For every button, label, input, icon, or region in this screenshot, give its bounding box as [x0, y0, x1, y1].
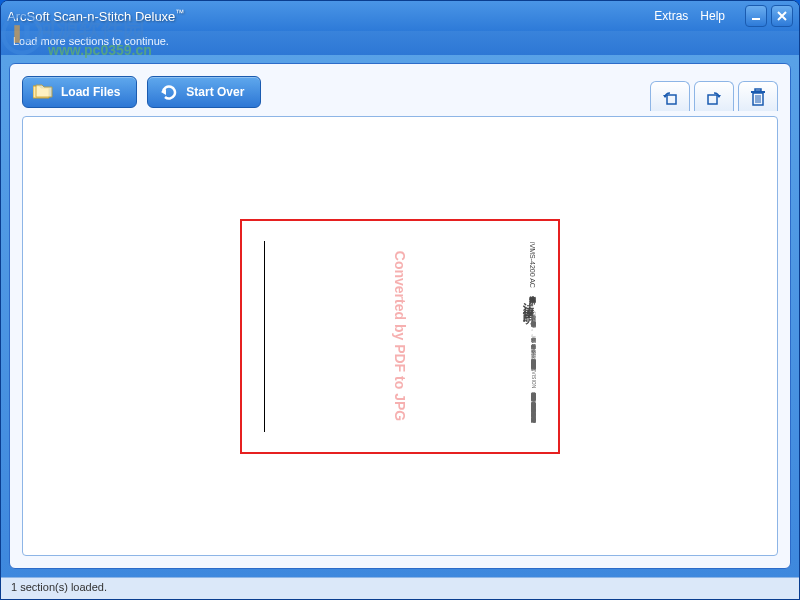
- doc-line: • 使用本产品时请您严格遵循适用的法律: [263, 410, 537, 413]
- doc-line: HIKVISION海康威视为海康威视的注册商标: [263, 363, 537, 388]
- status-text: 1 section(s) loaded.: [11, 581, 107, 593]
- doc-line: • 我们力求本手册内容的准确性但不对其中的: [263, 400, 537, 403]
- doc-header: iVMS-4200 AC 客户端软件 用户手册: [273, 242, 537, 292]
- minimize-button[interactable]: [745, 5, 767, 27]
- close-icon: [777, 11, 787, 21]
- rotate-left-icon: [660, 87, 680, 107]
- app-title: ArcSoft Scan-n-Stitch Deluxe™: [7, 8, 654, 24]
- section-thumbnail[interactable]: iVMS-4200 AC 客户端软件 用户手册 法律声明 版权所有©杭州海康威视…: [240, 219, 560, 454]
- preview-area: iVMS-4200 AC 客户端软件 用户手册 法律声明 版权所有©杭州海康威视…: [22, 116, 778, 556]
- document-content: iVMS-4200 AC 客户端软件 用户手册 法律声明 版权所有©杭州海康威视…: [257, 236, 543, 437]
- doc-line: 本手册的任何部分，包括文字、图片、图形等均归属于杭州海康威视数字: [263, 340, 537, 355]
- doc-line: • 在法律允许的最大范围内本手册所描述的产品: [263, 395, 537, 398]
- rotate-right-icon: [704, 87, 724, 107]
- toolbar-right: [646, 81, 778, 111]
- doc-edge-line: [264, 241, 265, 432]
- doc-line: 版权所有©杭州海康威视数字技术股份有限公司2019。保留一切权利。: [263, 311, 537, 338]
- svg-rect-2: [708, 95, 717, 104]
- undo-icon: [158, 83, 178, 101]
- trash-icon: [749, 87, 767, 107]
- subtitle-bar: Load more sections to continue.: [1, 31, 799, 55]
- doc-title: 法律声明: [271, 293, 537, 309]
- load-files-label: Load Files: [61, 85, 120, 99]
- toolbar: Load Files Start Over: [22, 76, 778, 108]
- svg-rect-1: [667, 95, 676, 104]
- extras-link[interactable]: Extras: [654, 9, 688, 23]
- delete-button[interactable]: [738, 81, 778, 111]
- load-files-button[interactable]: Load Files: [22, 76, 137, 108]
- svg-rect-0: [752, 18, 760, 20]
- content-outer: Load Files Start Over: [1, 55, 799, 577]
- window-controls: [745, 5, 793, 27]
- svg-rect-5: [755, 89, 761, 91]
- titlebar-links: Extras Help: [654, 9, 725, 23]
- start-over-label: Start Over: [186, 85, 244, 99]
- status-bar: 1 section(s) loaded.: [1, 577, 799, 599]
- folder-icon: [33, 83, 53, 101]
- close-button[interactable]: [771, 5, 793, 27]
- start-over-button[interactable]: Start Over: [147, 76, 261, 108]
- app-window: ArcSoft Scan-n-Stitch Deluxe™ Extras Hel…: [0, 0, 800, 600]
- doc-line: • 本手册中的信息如有变更恕不另行通知: [263, 405, 537, 408]
- rotate-right-button[interactable]: [694, 81, 734, 111]
- rotate-left-button[interactable]: [650, 81, 690, 111]
- help-link[interactable]: Help: [700, 9, 725, 23]
- minimize-icon: [751, 11, 761, 21]
- titlebar: ArcSoft Scan-n-Stitch Deluxe™ Extras Hel…: [1, 1, 799, 31]
- content-inner: Load Files Start Over: [9, 63, 791, 569]
